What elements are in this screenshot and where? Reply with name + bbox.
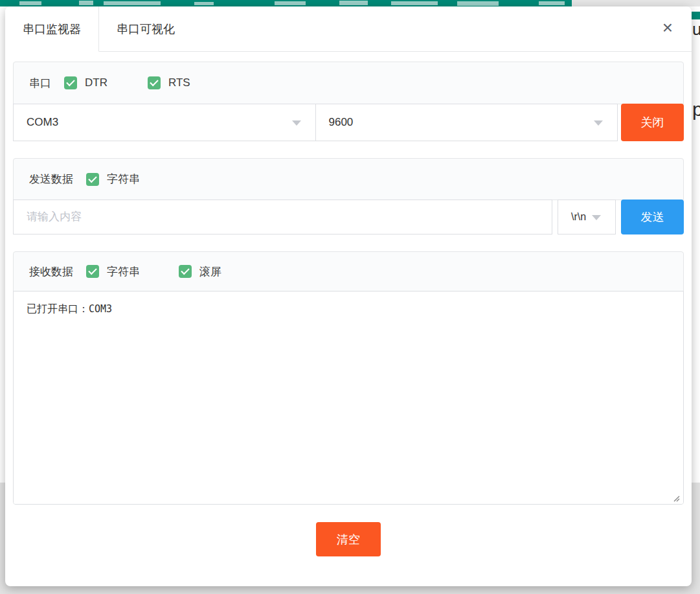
receive-output-prefix: 已打开串口： [27,303,89,314]
line-ending-value: \r\n [571,211,586,223]
send-string-label: 字符串 [107,172,140,187]
send-string-checkbox[interactable] [86,173,99,186]
baud-select[interactable]: 9600 [315,104,618,141]
menu-text-fragment [19,1,41,5]
serial-monitor-dialog: 串口监视器 串口可视化 × 串口 DTR RTS COM3 [5,6,692,586]
menu-text-fragment [275,1,306,5]
close-port-button[interactable]: 关闭 [621,104,684,141]
receive-output-area[interactable]: 已打开串口：COM3 [13,291,684,505]
dialog-content: 串口 DTR RTS COM3 9600 [5,52,692,556]
tab-serial-plotter[interactable]: 串口可视化 [99,6,192,52]
menu-text-fragment [339,1,368,5]
close-icon[interactable]: × [658,18,677,38]
tab-serial-monitor[interactable]: 串口监视器 [5,6,99,52]
port-select[interactable]: COM3 [13,104,316,141]
receive-output-value: COM3 [89,303,112,315]
dtr-checkbox[interactable] [64,76,77,89]
receive-string-label: 字符串 [107,264,140,279]
serial-port-row: COM3 9600 关闭 [13,104,684,141]
page-text-fragment-upper: u [692,19,700,40]
serial-port-header: 串口 DTR RTS [13,62,684,104]
page-menubar-clipped [0,0,572,6]
serial-port-section: 串口 DTR RTS COM3 9600 [13,62,684,141]
line-ending-select[interactable]: \r\n [558,200,616,234]
send-data-row: \r\n 发送 [13,200,684,234]
receive-data-header: 接收数据 字符串 滚屏 [13,251,684,291]
serial-port-label: 串口 [29,76,51,91]
menu-text-fragment [79,1,93,5]
menu-text-fragment [457,1,499,6]
receive-string-checkbox[interactable] [86,265,99,278]
chevron-down-icon [594,120,603,126]
resize-handle-icon[interactable] [672,493,680,501]
dtr-label: DTR [85,76,107,89]
receive-data-section: 接收数据 字符串 滚屏 已打开串口：COM3 [13,251,684,505]
rts-label: RTS [168,76,190,89]
chevron-down-icon [592,215,601,220]
send-button[interactable]: 发送 [621,200,684,234]
send-data-header: 发送数据 字符串 [13,158,684,200]
send-data-label: 发送数据 [29,172,73,187]
menu-text-fragment [104,1,161,5]
autoscroll-label: 滚屏 [199,264,221,279]
send-input[interactable] [13,200,552,234]
page-teal-banner-fragment [692,12,700,19]
send-data-section: 发送数据 字符串 \r\n 发送 [13,158,684,234]
autoscroll-checkbox[interactable] [179,265,192,278]
page-text-fragment-lower: p [692,98,700,120]
page-topbar-gray-segment [572,0,700,6]
baud-select-value: 9600 [329,116,354,129]
menu-text-fragment [539,1,565,5]
port-select-value: COM3 [27,116,58,129]
menu-text-fragment [194,2,214,5]
chevron-down-icon [292,120,301,126]
rts-checkbox[interactable] [148,76,161,89]
clear-button[interactable]: 清空 [316,522,381,556]
page-right-strip: u p [692,0,700,594]
dialog-footer: 清空 [13,522,684,556]
menu-text-fragment [391,1,438,5]
dialog-tabbar: 串口监视器 串口可视化 × [5,6,692,52]
receive-data-label: 接收数据 [29,264,73,279]
